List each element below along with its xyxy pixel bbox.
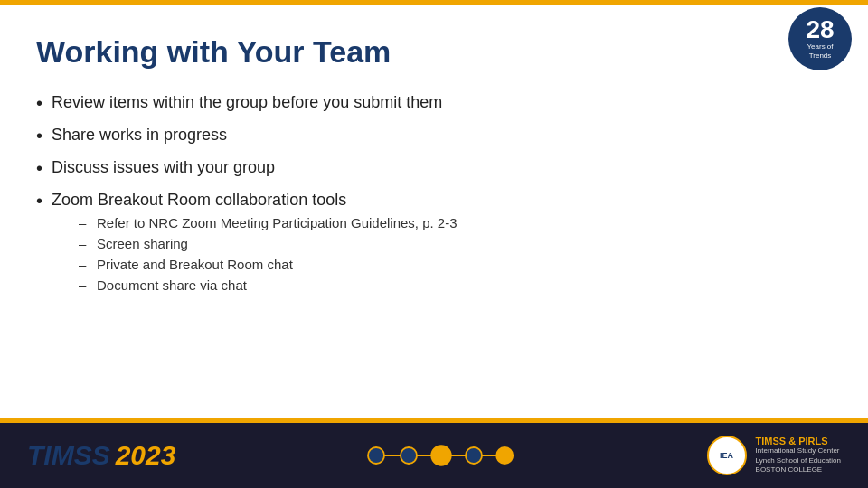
badge-number: 28 (806, 17, 834, 42)
sub-text: Screen sharing (97, 236, 188, 251)
bullet-dot: • (36, 189, 42, 212)
sub-text: Document share via chat (97, 277, 247, 293)
sub-item: –Refer to NRC Zoom Meeting Participation… (79, 215, 458, 230)
bullet-item: •Share works in progress (36, 124, 778, 147)
svg-point-1 (368, 447, 384, 464)
sub-dash: – (79, 236, 90, 251)
svg-point-5 (496, 447, 513, 464)
sub-dash: – (79, 215, 90, 230)
chain-decoration (360, 437, 523, 474)
bullet-text: Review items within the group before you… (52, 93, 442, 111)
timss-logo: TIMSS 2023 (27, 440, 175, 471)
sub-text: Refer to NRC Zoom Meeting Participation … (97, 215, 458, 230)
iea-area: IEA TIMSS & PIRLS International Study Ce… (707, 436, 841, 475)
svg-point-4 (466, 447, 482, 464)
bullet-text: Zoom Breakout Room collaboration tools (52, 191, 346, 209)
year-text: 2023 (116, 440, 176, 471)
badge-label: Years ofTrends (807, 42, 833, 60)
svg-point-2 (401, 447, 417, 464)
top-gold-bar (0, 0, 868, 5)
slide-title: Working with Your Team (36, 34, 778, 70)
sub-text: Private and Breakout Room chat (97, 257, 293, 272)
sub-list: –Refer to NRC Zoom Meeting Participation… (79, 215, 458, 293)
bullet-dot: • (36, 124, 42, 147)
svg-point-3 (431, 446, 451, 465)
bullet-item: •Zoom Breakout Room collaboration tools–… (36, 189, 778, 298)
timss-text: TIMSS (27, 440, 110, 471)
bullet-text: Discuss issues with your group (52, 158, 275, 176)
iea-top-text: TIMSS & PIRLS (756, 436, 841, 446)
footer-bar: TIMSS 2023 IEA TIMSS & PIRLS Internation… (0, 423, 868, 488)
sub-item: –Screen sharing (79, 236, 458, 251)
years-badge: 28 Years ofTrends (788, 7, 852, 70)
bullet-list: •Review items within the group before yo… (36, 91, 778, 298)
bullet-item: •Review items within the group before yo… (36, 91, 778, 115)
slide-content: Working with Your Team •Review items wit… (36, 18, 778, 407)
sub-dash: – (79, 257, 90, 272)
bullet-item: •Discuss issues with your group (36, 156, 778, 180)
sub-item: –Private and Breakout Room chat (79, 257, 458, 272)
iea-sub-line1: International Study Center (756, 446, 841, 455)
sub-item: –Document share via chat (79, 277, 458, 293)
bullet-dot: • (36, 91, 42, 115)
iea-circle-logo: IEA (707, 436, 747, 475)
bullet-dot: • (36, 156, 42, 180)
sub-dash: – (79, 277, 90, 293)
iea-sub-line3: BOSTON COLLEGE (756, 465, 841, 474)
iea-circle-text: IEA (720, 451, 733, 460)
iea-info: TIMSS & PIRLS International Study Center… (756, 436, 841, 474)
iea-sub-line2: Lynch School of Education (756, 456, 841, 465)
bullet-text: Share works in progress (52, 126, 227, 144)
